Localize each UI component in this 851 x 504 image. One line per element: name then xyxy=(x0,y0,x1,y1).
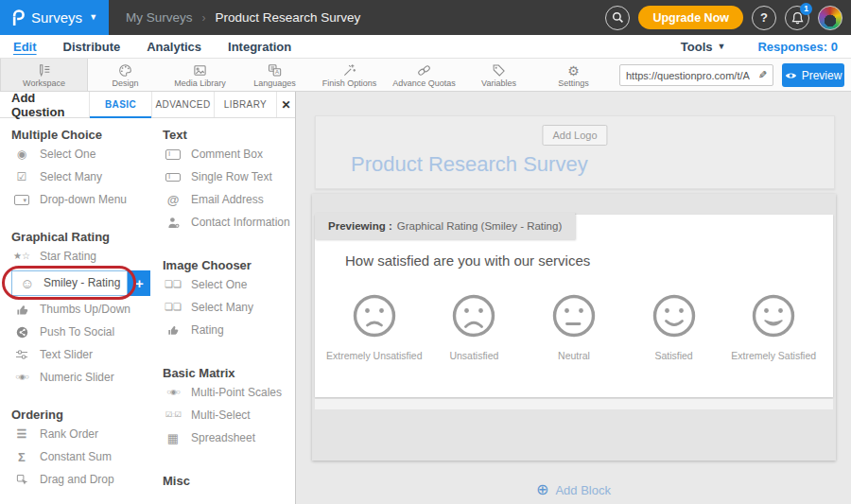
tab-basic[interactable]: BASIC xyxy=(90,92,152,117)
add-block-button[interactable]: ⊕ Add Block xyxy=(296,482,851,497)
question-type-thumbs-up-down[interactable]: Thumbs Up/Down xyxy=(11,298,151,321)
breadcrumb-survey-name: Product Research Survey xyxy=(216,10,361,25)
toolbar-workspace[interactable]: Workspace xyxy=(0,59,88,91)
survey-nav: Edit Distribute Analytics Integration To… xyxy=(0,35,851,59)
toolbar-variables[interactable]: Variables xyxy=(461,59,536,91)
gear-icon: ⚙ xyxy=(567,62,580,78)
avatar[interactable] xyxy=(818,6,842,30)
toolbar-advance-quotas[interactable]: Advance Quotas xyxy=(387,59,461,91)
question-type-label: Constant Sum xyxy=(40,450,112,463)
tab-advanced[interactable]: ADVANCED xyxy=(152,92,215,117)
smiley-rating-button[interactable]: ☺ Smiley - Rating xyxy=(11,270,128,296)
question-type-drag-and-drop[interactable]: Drag and Drop xyxy=(11,468,151,491)
smiley-label: Extremely Satisfied xyxy=(731,350,816,361)
image-pair-icon: ❏❏ xyxy=(163,280,183,289)
close-panel-button[interactable]: ✕ xyxy=(277,92,295,117)
toolbar-label: Languages xyxy=(253,78,296,88)
image-icon xyxy=(193,62,207,78)
panel-title: Add Question xyxy=(0,92,90,117)
previewing-prefix: Previewing : xyxy=(328,220,392,232)
tab-library[interactable]: LIBRARY xyxy=(215,92,277,117)
smiley-extremely-unsatisfied-icon xyxy=(353,294,396,338)
smiley-option-extremely-satisfied[interactable]: Extremely Satisfied xyxy=(723,294,824,361)
breadcrumb: My Surveys › Product Research Survey xyxy=(126,10,360,25)
preview-button[interactable]: Preview xyxy=(782,63,844,87)
notifications-button[interactable]: 1 xyxy=(785,6,809,30)
search-icon xyxy=(612,11,624,24)
question-type-multi-select[interactable]: ☑◌☑ Multi-Select xyxy=(163,404,293,426)
breadcrumb-my-surveys[interactable]: My Surveys xyxy=(126,10,193,25)
question-type-label: Thumbs Up/Down xyxy=(40,303,130,316)
edit-url-icon[interactable]: ✎ xyxy=(758,69,767,81)
smiley-option-unsatisfied[interactable]: Unsatisfied xyxy=(425,294,525,361)
question-type-email-address[interactable]: @ Email Address xyxy=(163,188,293,211)
upgrade-now-button[interactable]: Upgrade Now xyxy=(638,6,743,29)
question-type-constant-sum[interactable]: Σ Constant Sum xyxy=(11,445,151,468)
smiley-icon: ☺ xyxy=(17,276,38,290)
question-type-image-rating[interactable]: Rating xyxy=(163,319,293,341)
tools-dropdown[interactable]: Tools ▼ xyxy=(681,40,726,54)
section-heading: Basic Matrix xyxy=(163,366,293,381)
smiley-label: Extremely Unsatisfied xyxy=(326,350,423,361)
help-button[interactable]: ? xyxy=(752,6,776,30)
question-type-image-select-one[interactable]: ❏❏ Select One xyxy=(163,273,293,296)
question-type-comment-box[interactable]: I Comment Box xyxy=(163,143,293,165)
dropdown-icon: ▾ xyxy=(11,195,32,205)
smiley-option-extremely-unsatisfied[interactable]: Extremely Unsatisfied xyxy=(324,294,425,361)
preview-label: Preview xyxy=(802,69,842,82)
sigma-icon: Σ xyxy=(11,451,32,463)
toolbar-languages[interactable]: A Languages xyxy=(237,59,312,91)
add-smiley-question-button[interactable]: + xyxy=(128,270,150,296)
top-actions: Upgrade Now ? 1 xyxy=(605,6,851,30)
image-pair-icon: ❏❏ xyxy=(163,303,183,312)
tab-integration[interactable]: Integration xyxy=(215,40,304,54)
survey-header-block[interactable]: Add Logo Product Research Survey xyxy=(315,115,835,189)
previewing-value: Graphical Rating (Smiley - Rating) xyxy=(397,220,562,232)
toolbar-settings[interactable]: ⚙ Settings xyxy=(536,59,611,91)
top-bar: Surveys ▼ My Surveys › Product Research … xyxy=(0,0,851,35)
survey-url-field[interactable]: https://questionpro.com/t/A ✎ xyxy=(619,64,773,86)
tab-analytics[interactable]: Analytics xyxy=(133,40,215,54)
section-heading: Multiple Choice xyxy=(11,128,151,143)
share-icon xyxy=(11,326,32,339)
toolbar-finish-options[interactable]: Finish Options xyxy=(312,59,387,91)
responses-count[interactable]: Responses: 0 xyxy=(757,40,838,54)
person-icon xyxy=(163,217,183,229)
toolbar-media-library[interactable]: Media Library xyxy=(163,59,237,91)
question-type-smiley-rating-highlighted: ☺ Smiley - Rating + xyxy=(11,268,151,298)
question-type-contact-information[interactable]: Contact Information xyxy=(163,211,293,234)
tab-edit[interactable]: Edit xyxy=(0,40,50,54)
question-type-single-row-text[interactable]: I Single Row Text xyxy=(163,165,293,188)
question-type-dropdown-menu[interactable]: ▾ Drop-down Menu xyxy=(11,188,151,211)
panel-tab-bar: Add Question BASIC ADVANCED LIBRARY ✕ xyxy=(0,92,295,118)
question-type-push-to-social[interactable]: Push To Social xyxy=(11,321,151,343)
question-type-rank-order[interactable]: ☰ Rank Order xyxy=(11,423,151,445)
question-type-image-select-many[interactable]: ❏❏ Select Many xyxy=(163,296,293,319)
edit-toolbar: Workspace Design Media Library A Languag… xyxy=(0,59,851,92)
tab-distribute[interactable]: Distribute xyxy=(50,40,134,54)
question-type-star-rating[interactable]: ★☆ Star Rating xyxy=(11,245,151,268)
question-type-spreadsheet[interactable]: ▦ Spreadsheet xyxy=(163,426,293,449)
toolbar-design[interactable]: Design xyxy=(88,59,163,91)
question-type-label: Numeric Slider xyxy=(40,371,114,384)
question-type-text-slider[interactable]: Text Slider xyxy=(11,343,151,366)
survey-title[interactable]: Product Research Survey xyxy=(351,152,588,177)
smiley-option-neutral[interactable]: Neutral xyxy=(524,294,624,361)
add-logo-button[interactable]: Add Logo xyxy=(542,125,607,146)
question-type-select-one[interactable]: ◉ Select One xyxy=(11,143,151,165)
palette-icon xyxy=(118,62,132,78)
question-type-label: Push To Social xyxy=(40,325,114,339)
question-type-label: Select One xyxy=(40,148,96,161)
question-text: How satisfied are you with our services xyxy=(345,252,590,269)
brand-menu[interactable]: Surveys ▼ xyxy=(0,0,109,35)
ranked-list-icon: ☰ xyxy=(11,428,32,440)
question-card[interactable]: How satisfied are you with our services … xyxy=(315,215,833,397)
toolbar-label: Finish Options xyxy=(322,78,377,88)
question-type-multi-point-scales[interactable]: ○◉○ Multi-Point Scales xyxy=(163,381,293,404)
question-type-label: Rank Order xyxy=(40,427,98,441)
search-button[interactable] xyxy=(605,6,630,30)
smiley-option-satisfied[interactable]: Satisfied xyxy=(624,294,724,361)
question-type-label: Single Row Text xyxy=(191,170,272,183)
question-type-select-many[interactable]: ☑ Select Many xyxy=(11,165,151,188)
question-type-numeric-slider[interactable]: ○◉○ Numeric Slider xyxy=(11,366,151,389)
